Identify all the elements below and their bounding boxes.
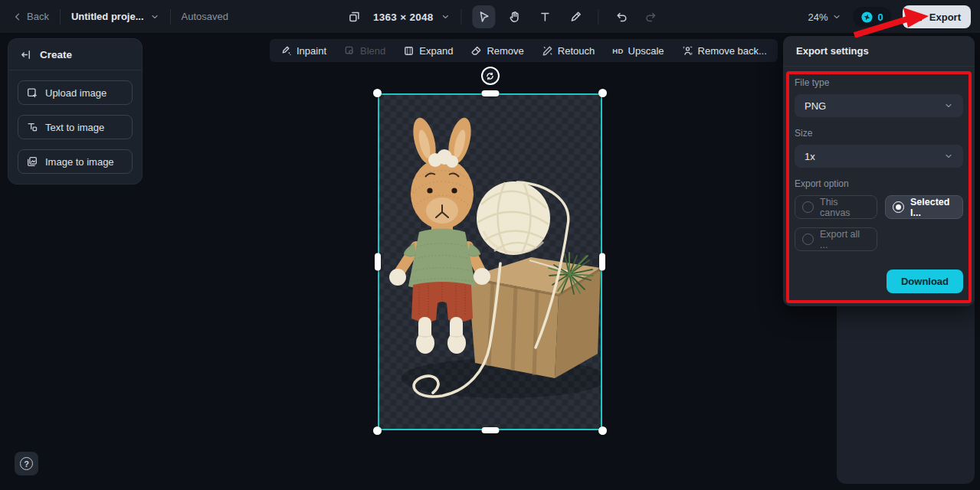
chevron-left-icon [12,11,23,22]
export-settings-title: Export settings [783,36,975,67]
help-icon: ? [20,457,33,470]
remove-background-button[interactable]: Remove back... [682,45,767,57]
create-panel: Create Upload image Text to image Image … [8,38,143,185]
expand-label: Expand [419,45,453,57]
export-label: Export [929,11,961,23]
canvas-edit-toolbar: Inpaint Blend Expand Remove Retouch HD U… [270,39,778,62]
option-this-canvas-label: This canvas [820,197,870,218]
text-to-image-icon [26,121,38,133]
zoom-control[interactable]: 24% [808,11,841,23]
chevron-down-icon [944,101,953,110]
create-panel-title: Create [40,49,72,60]
file-type-label: File type [795,77,963,88]
export-settings-popup: Export settings File type PNG Size 1x Ex… [783,36,975,306]
retouch-button[interactable]: Retouch [542,45,595,57]
export-option-label: Export option [795,178,963,189]
credits-count: 0 [878,11,883,23]
upload-image-icon [26,87,38,99]
resize-canvas-button[interactable] [343,5,365,28]
hd-icon: HD [612,47,623,55]
hand-tool-button[interactable] [503,5,526,28]
download-icon [913,11,924,23]
resize-handle-bottom-left[interactable] [373,426,382,435]
project-name: Untitled proje... [71,11,144,22]
option-export-all[interactable]: Export all ... [795,227,877,251]
remove-button[interactable]: Remove [470,45,523,57]
back-label: Back [27,11,49,22]
resize-handle-top-right[interactable] [598,89,607,97]
resize-handle-bottom-right[interactable] [598,426,607,435]
expand-button[interactable]: Expand [403,45,453,57]
help-button[interactable]: ? [15,452,38,475]
upload-image-button[interactable]: Upload image [18,80,133,105]
chevron-down-icon [150,12,159,21]
text-tool-button[interactable] [534,5,557,28]
brush-icon [569,10,583,24]
divider [598,9,599,24]
inpaint-icon [280,45,292,57]
retouch-pen-icon [542,45,553,57]
divider [170,9,171,24]
file-type-value: PNG [805,100,826,112]
image-to-image-icon [26,155,38,168]
topbar: Back Untitled proje... Autosaved 1363 × … [0,0,980,34]
collapse-panel-icon[interactable] [19,48,32,61]
divider [461,9,462,24]
radio-icon [802,201,814,213]
canvas-size-label: 1363 × 2048 [373,11,434,23]
chevron-down-icon [832,12,841,21]
resize-canvas-icon [347,10,361,24]
remove-background-label: Remove back... [698,45,767,57]
image-to-image-label: Image to image [45,156,114,168]
resize-handle-left[interactable] [375,253,381,271]
size-label: Size [795,128,963,139]
inpaint-button[interactable]: Inpaint [280,45,326,57]
upscale-button[interactable]: HD Upscale [612,45,664,57]
inpaint-label: Inpaint [297,45,326,57]
option-selected-layer[interactable]: Selected l... [885,195,963,219]
select-tool-button[interactable] [473,5,496,28]
resize-handle-top[interactable] [481,90,499,96]
back-button[interactable]: Back [12,11,49,22]
undo-icon [615,10,628,24]
brush-tool-button[interactable] [565,5,588,28]
redo-icon [645,10,659,24]
rotate-icon [485,71,495,81]
blend-icon [344,45,356,57]
autosave-status: Autosaved [182,11,228,22]
upload-image-label: Upload image [45,87,107,99]
project-name-menu[interactable]: Untitled proje... [71,11,159,22]
retouch-label: Retouch [558,45,595,57]
undo-button[interactable] [610,5,633,28]
blend-label: Blend [360,45,385,57]
zoom-level: 24% [808,11,828,23]
image-to-image-button[interactable]: Image to image [18,149,133,174]
export-button[interactable]: Export [903,5,971,28]
radio-selected-icon [893,201,904,213]
divider [60,9,61,24]
option-export-all-label: Export all ... [820,229,870,250]
rotate-handle[interactable] [481,67,500,85]
remove-label: Remove [487,45,523,57]
credits-icon [860,11,873,24]
download-button[interactable]: Download [887,270,963,293]
expand-icon [403,45,415,57]
resize-handle-bottom[interactable] [481,427,499,433]
resize-handle-top-left[interactable] [373,89,382,97]
option-selected-layer-label: Selected l... [910,197,955,218]
eraser-icon [470,45,482,57]
file-type-select[interactable]: PNG [795,94,963,117]
cursor-icon [477,10,491,24]
credits-badge[interactable]: 0 [853,7,891,27]
radio-icon [802,234,814,245]
size-select[interactable]: 1x [795,145,963,168]
chevron-down-icon[interactable] [441,12,451,21]
blend-button[interactable]: Blend [344,45,385,57]
amigurumi-llama-image [378,93,602,430]
selected-image-layer[interactable] [378,93,602,430]
chevron-down-icon [944,152,953,161]
redo-button[interactable] [641,5,664,28]
resize-handle-right[interactable] [599,253,605,271]
text-to-image-button[interactable]: Text to image [18,115,133,139]
option-this-canvas[interactable]: This canvas [795,195,877,219]
